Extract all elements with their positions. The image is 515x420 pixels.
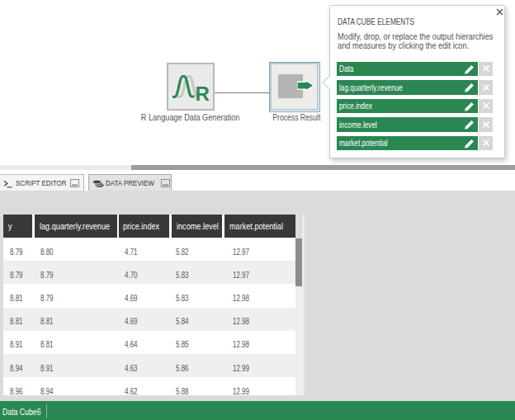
- svg-text:R: R: [196, 83, 210, 105]
